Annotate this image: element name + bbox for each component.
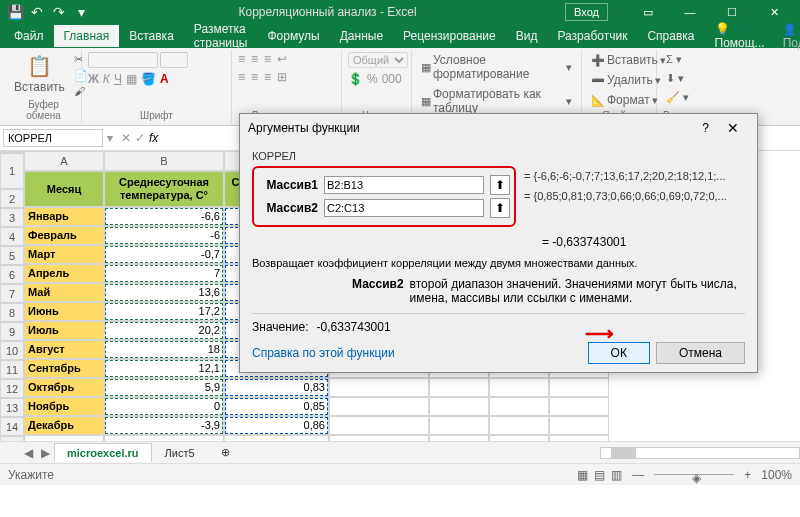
qat-more-icon[interactable]: ▾ [72, 3, 90, 21]
fx-icon[interactable]: fx [149, 131, 158, 145]
cell[interactable]: Февраль [24, 226, 104, 245]
col-header[interactable]: B [104, 151, 224, 171]
dialog-close-button[interactable]: ✕ [717, 118, 749, 138]
share-button[interactable]: 👤 Поделиться [775, 19, 800, 54]
sheet-tab[interactable]: Лист5 [152, 443, 208, 463]
tab-nav-next[interactable]: ▶ [37, 444, 54, 462]
col-header[interactable]: A [24, 151, 104, 171]
cell[interactable]: 0,86 [224, 416, 329, 435]
enter-formula-icon[interactable]: ✓ [135, 131, 145, 145]
row-header[interactable]: 1 [0, 153, 24, 189]
save-icon[interactable]: 💾 [6, 3, 24, 21]
cell[interactable]: 0 [104, 397, 224, 416]
cell[interactable]: 18 [104, 340, 224, 359]
clear-icon[interactable]: 🧹 ▾ [663, 90, 692, 105]
row-header[interactable]: 11 [0, 360, 24, 379]
cell[interactable] [549, 416, 609, 435]
zoom-level[interactable]: 100% [761, 468, 792, 482]
cell[interactable] [489, 435, 549, 441]
cancel-formula-icon[interactable]: ✕ [121, 131, 131, 145]
align-left-icon[interactable]: ≡ [238, 70, 245, 84]
delete-button[interactable]: ➖ Удалить ▾ [588, 72, 664, 88]
row-header[interactable]: 6 [0, 265, 24, 284]
align-cen-icon[interactable]: ≡ [251, 70, 258, 84]
row-header[interactable]: 13 [0, 398, 24, 417]
cell[interactable] [329, 416, 429, 435]
table-format-button[interactable]: ▦ Форматировать как таблицу ▾ [418, 86, 575, 116]
cell[interactable] [489, 416, 549, 435]
cancel-button[interactable]: Отмена [656, 342, 745, 364]
row-header[interactable]: 4 [0, 227, 24, 246]
cell[interactable]: Июнь [24, 302, 104, 321]
fill-down-icon[interactable]: ⬇ ▾ [663, 71, 687, 86]
cell[interactable]: 20,2 [104, 321, 224, 340]
currency-icon[interactable]: 💲 [348, 72, 363, 86]
cell[interactable] [429, 435, 489, 441]
paste-button[interactable]: 📋Вставить [12, 52, 67, 96]
hscroll-thumb[interactable] [611, 448, 636, 458]
cell[interactable] [329, 435, 429, 441]
cell[interactable]: Октябрь [24, 378, 104, 397]
percent-icon[interactable]: % [367, 72, 378, 86]
tell-me[interactable]: 💡 Помощ... [705, 18, 775, 54]
cell[interactable]: -6 [104, 226, 224, 245]
view-pagebreak-icon[interactable]: ▥ [611, 468, 622, 482]
cell[interactable] [429, 397, 489, 416]
align-right-icon[interactable]: ≡ [264, 70, 271, 84]
row-header[interactable]: 2 [0, 189, 24, 208]
row-header[interactable]: 8 [0, 303, 24, 322]
cell[interactable]: Месяц [24, 171, 104, 207]
tab-review[interactable]: Рецензирование [393, 25, 506, 47]
cell[interactable]: -0,7 [104, 245, 224, 264]
cell[interactable]: Ноябрь [24, 397, 104, 416]
view-layout-icon[interactable]: ▤ [594, 468, 605, 482]
tab-help[interactable]: Справка [637, 25, 704, 47]
font-size[interactable] [160, 52, 188, 68]
cell[interactable]: -3,9 [104, 416, 224, 435]
arg2-range-button[interactable]: ⬆ [490, 198, 510, 218]
row-header[interactable]: 14 [0, 417, 24, 436]
ok-button[interactable]: ОК [588, 342, 650, 364]
italic-icon[interactable]: К [103, 72, 110, 86]
cell[interactable] [24, 435, 104, 441]
tab-view[interactable]: Вид [506, 25, 548, 47]
cell[interactable] [429, 416, 489, 435]
tab-home[interactable]: Главная [54, 25, 120, 47]
dialog-help-button[interactable]: ? [694, 119, 717, 137]
cell[interactable] [489, 397, 549, 416]
arg1-input[interactable] [324, 176, 484, 194]
tab-data[interactable]: Данные [330, 25, 393, 47]
row-header[interactable]: 5 [0, 246, 24, 265]
number-format-select[interactable]: Общий [348, 52, 408, 68]
fill-icon[interactable]: 🪣 [141, 72, 156, 86]
row-header[interactable]: 7 [0, 284, 24, 303]
new-sheet-button[interactable]: ⊕ [208, 442, 243, 463]
zoom-slider-thumb[interactable]: ◈ [692, 471, 701, 485]
row-header[interactable]: 9 [0, 322, 24, 341]
cell[interactable] [429, 378, 489, 397]
cell[interactable] [549, 397, 609, 416]
tab-file[interactable]: Файл [4, 25, 54, 47]
redo-icon[interactable]: ↷ [50, 3, 68, 21]
cell[interactable]: 5,9 [104, 378, 224, 397]
bold-icon[interactable]: Ж [88, 72, 99, 86]
row-header[interactable]: 15 [0, 436, 24, 441]
namebox-dropdown-icon[interactable]: ▾ [103, 129, 117, 147]
align-top-icon[interactable]: ≡ [238, 52, 245, 66]
tab-developer[interactable]: Разработчик [547, 25, 637, 47]
merge-icon[interactable]: ⊞ [277, 70, 287, 84]
sum-icon[interactable]: Σ ▾ [663, 52, 685, 67]
border-icon[interactable]: ▦ [126, 72, 137, 86]
cell[interactable]: 0,83 [224, 378, 329, 397]
cell[interactable]: 13,6 [104, 283, 224, 302]
underline-icon[interactable]: Ч [114, 72, 122, 86]
cell[interactable]: Август [24, 340, 104, 359]
cell[interactable] [104, 435, 224, 441]
cell[interactable] [549, 435, 609, 441]
cell[interactable]: Май [24, 283, 104, 302]
font-name[interactable] [88, 52, 158, 68]
login-button[interactable]: Вход [565, 3, 608, 21]
cell[interactable]: Июль [24, 321, 104, 340]
tab-nav-prev[interactable]: ◀ [20, 444, 37, 462]
comma-icon[interactable]: 000 [382, 72, 402, 86]
